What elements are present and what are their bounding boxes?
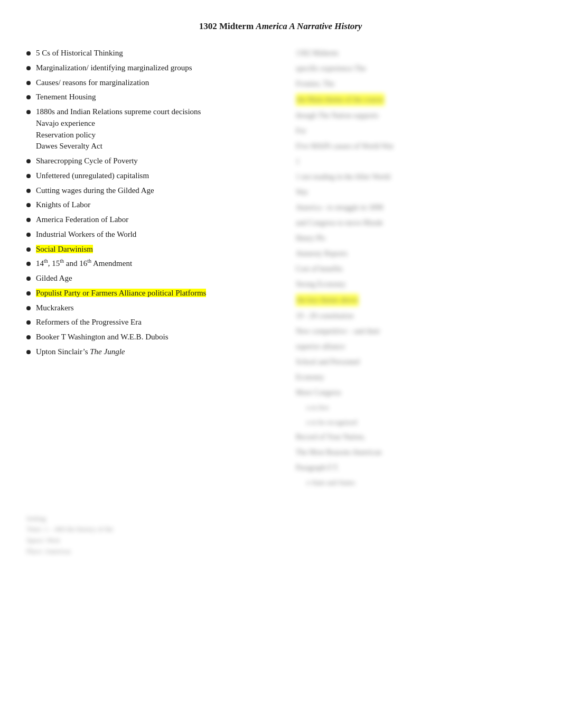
bullet-icon bbox=[26, 214, 36, 222]
blurred-block: 1 not reading in the After World bbox=[296, 171, 539, 182]
list-item: America Federation of Labor bbox=[26, 214, 275, 226]
blurred-block: o State and States bbox=[296, 477, 539, 488]
italic-title: The Jungle bbox=[90, 347, 125, 356]
bullet-icon bbox=[26, 48, 36, 56]
item-text: Cutting wages during the Gilded Age bbox=[36, 185, 275, 197]
blurred-block: Five MAIN causes of World War bbox=[296, 141, 539, 152]
blurred-block: the key theme above bbox=[296, 294, 539, 306]
blurred-block: Amnesty Reports bbox=[296, 248, 539, 259]
blurred-block: New competitive – and their bbox=[296, 326, 539, 337]
bullet-icon bbox=[26, 317, 36, 325]
item-text: Upton Sinclair’s The Jungle bbox=[36, 346, 275, 358]
bullet-icon bbox=[26, 62, 36, 70]
item-text: Social Darwinism bbox=[36, 244, 275, 255]
blurred-block: America - to struggle in 1898 bbox=[296, 202, 539, 213]
item-text: Industrial Workers of the World bbox=[36, 229, 275, 241]
bullet-icon bbox=[26, 199, 36, 207]
bullet-icon bbox=[26, 155, 36, 163]
list-item: Unfettered (unregulated) capitalism bbox=[26, 170, 275, 182]
bottom-section-blurred: Setting Time: 1 – 400 the history of the… bbox=[0, 513, 561, 557]
bullet-icon bbox=[26, 170, 36, 178]
blurred-highlighted: the Main theme of the course bbox=[296, 94, 385, 106]
title-text: 1302 Midterm bbox=[199, 21, 256, 31]
highlighted-text: Social Darwinism bbox=[36, 245, 93, 253]
superscript-th2: th bbox=[60, 258, 64, 264]
item-text: Sharecropping Cycle of Poverty bbox=[36, 155, 275, 167]
item-text: Knights of Labor bbox=[36, 199, 275, 211]
list-item: Causes/ reasons for marginalization bbox=[26, 77, 275, 89]
item-text: Unfettered (unregulated) capitalism bbox=[36, 170, 275, 182]
list-item: Cutting wages during the Gilded Age bbox=[26, 185, 275, 197]
page: 1302 Midterm America A Narrative History… bbox=[0, 0, 561, 728]
list-item: Gilded Age bbox=[26, 273, 275, 284]
bullet-icon bbox=[26, 244, 36, 252]
list-item: Knights of Labor bbox=[26, 199, 275, 211]
blurred-bottom-item: Time: 1 – 400 the history of the bbox=[26, 524, 535, 535]
blurred-block: 1 bbox=[296, 156, 539, 167]
item-text: Marginalization/ identifying marginalize… bbox=[36, 62, 275, 74]
item-text: Causes/ reasons for marginalization bbox=[36, 77, 275, 89]
superscript-th: th bbox=[44, 258, 48, 264]
list-item: Booker T Washington and W.E.B. Dubois bbox=[26, 331, 275, 343]
item-text: America Federation of Labor bbox=[36, 214, 275, 226]
list-item: Upton Sinclair’s The Jungle bbox=[26, 346, 275, 358]
list-item: 5 Cs of Historical Thinking bbox=[26, 48, 275, 59]
item-text: Reformers of the Progressive Era bbox=[36, 317, 275, 328]
blurred-highlighted: the key theme above bbox=[296, 294, 359, 306]
item-text: 5 Cs of Historical Thinking bbox=[36, 48, 275, 59]
list-item: Populist Party or Farmers Alliance polit… bbox=[26, 288, 275, 299]
blurred-block: Henry Pls bbox=[296, 233, 539, 244]
list-item: Reformers of the Progressive Era bbox=[26, 317, 275, 328]
item-text: Muckrakers bbox=[36, 302, 275, 314]
blurred-block: the Main theme of the course bbox=[296, 94, 539, 106]
blurred-block: Frontier, The bbox=[296, 78, 539, 89]
blurred-block: Economy bbox=[296, 372, 539, 383]
item-text: Booker T Washington and W.E.B. Dubois bbox=[36, 331, 275, 343]
blurred-block: Record of Your Nation, bbox=[296, 431, 539, 443]
blurred-block: 19 - 20 constitution bbox=[296, 310, 539, 321]
superscript-th3: th bbox=[87, 258, 91, 264]
bullet-icon bbox=[26, 77, 36, 85]
bullet-icon bbox=[26, 258, 36, 266]
highlighted-text-populist: Populist Party or Farmers Alliance polit… bbox=[36, 289, 206, 297]
blurred-block: School and Personnel bbox=[296, 356, 539, 367]
blurred-block: Cost of benefits bbox=[296, 263, 539, 274]
blurred-bottom-item: Place: Americas bbox=[26, 546, 535, 557]
bullet-icon bbox=[26, 91, 36, 99]
item-text: 14th, 15th and 16th Amendment bbox=[36, 258, 275, 270]
sub-list-item: Dawes Severalty Act bbox=[36, 141, 275, 152]
blurred-bottom-item: Setting bbox=[26, 513, 535, 524]
list-item: Sharecropping Cycle of Poverty bbox=[26, 155, 275, 167]
bullet-icon bbox=[26, 229, 36, 237]
blurred-block: 1302 Midterm bbox=[296, 48, 539, 59]
bullet-icon bbox=[26, 302, 36, 310]
blurred-block: War bbox=[296, 187, 539, 198]
list-item: 1880s and Indian Relations supreme court… bbox=[26, 106, 275, 152]
item-text: Populist Party or Farmers Alliance polit… bbox=[36, 288, 275, 299]
blurred-block: More Congress bbox=[296, 387, 539, 398]
blurred-block: o to live bbox=[296, 402, 539, 413]
main-list: 5 Cs of Historical Thinking Marginalizat… bbox=[26, 48, 275, 358]
bullet-icon bbox=[26, 288, 36, 296]
item-text: Tenement Housing bbox=[36, 91, 275, 103]
blurred-block: specific experience The bbox=[296, 63, 539, 74]
list-item: Marginalization/ identifying marginalize… bbox=[26, 62, 275, 74]
list-item: Industrial Workers of the World bbox=[26, 229, 275, 241]
blurred-block: Strong Economy bbox=[296, 279, 539, 290]
blurred-block: superior alliance bbox=[296, 341, 539, 352]
blurred-block: The Most Reasons American bbox=[296, 447, 539, 458]
sub-list-item: Navajo experience bbox=[36, 118, 275, 130]
blurred-block: Paragraph F.T. bbox=[296, 462, 539, 473]
list-item: 14th, 15th and 16th Amendment bbox=[26, 258, 275, 270]
item-text: Gilded Age bbox=[36, 273, 275, 284]
right-column-blurred: 1302 Midterm specific experience The Fro… bbox=[285, 48, 544, 492]
bullet-icon bbox=[26, 273, 36, 281]
page-title: 1302 Midterm America A Narrative History bbox=[0, 21, 561, 32]
bullet-icon bbox=[26, 185, 36, 193]
blurred-bottom-item: Space: West bbox=[26, 535, 535, 546]
left-column: 5 Cs of Historical Thinking Marginalizat… bbox=[16, 48, 285, 361]
columns-container: 5 Cs of Historical Thinking Marginalizat… bbox=[0, 48, 561, 492]
blurred-block: For bbox=[296, 125, 539, 136]
title-italic: America A Narrative History bbox=[256, 21, 362, 31]
list-item: Tenement Housing bbox=[26, 91, 275, 103]
